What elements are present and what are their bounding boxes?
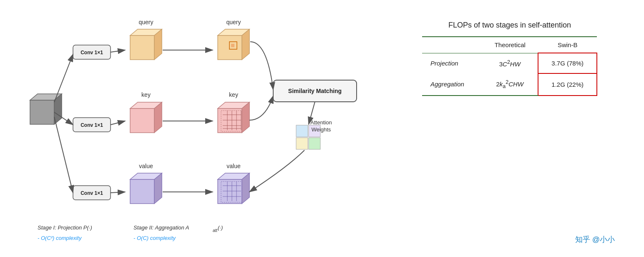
svg-rect-30 xyxy=(229,42,237,49)
table-title: FLOPs of two stages in self-attention xyxy=(448,21,571,30)
key-cube-s1 xyxy=(130,102,162,133)
table-row-projection: Projection 3C2HW 3.7G (78%) xyxy=(422,53,597,73)
svg-text:Attention: Attention xyxy=(310,119,332,126)
projection-swinb: 3.7G (78%) xyxy=(538,53,597,73)
attention-weights xyxy=(296,125,320,149)
svg-marker-29 xyxy=(242,29,249,60)
diagram-section: Conv 1×1 Conv 1×1 Conv 1×1 xyxy=(13,8,388,249)
input-cube xyxy=(30,94,62,124)
svg-text:value: value xyxy=(226,163,241,169)
svg-text:key: key xyxy=(141,91,151,98)
svg-marker-1 xyxy=(30,94,62,100)
svg-text:att: att xyxy=(213,228,218,233)
svg-marker-48 xyxy=(242,173,249,204)
svg-rect-0 xyxy=(30,100,54,124)
main-container: Conv 1×1 Conv 1×1 Conv 1×1 xyxy=(0,0,644,257)
svg-text:Stage I: Projection  P(·): Stage I: Projection P(·) xyxy=(38,224,92,231)
svg-rect-33 xyxy=(218,108,242,133)
svg-rect-7 xyxy=(73,186,111,200)
svg-line-10 xyxy=(54,112,73,125)
svg-rect-55 xyxy=(221,181,242,202)
svg-marker-14 xyxy=(154,29,162,60)
svg-line-9 xyxy=(54,54,73,102)
aggregation-swinb: 1.2G (22%) xyxy=(538,73,597,96)
conv-box-top: Conv 1×1 xyxy=(73,45,111,59)
conv-box-bot: Conv 1×1 xyxy=(73,186,111,200)
svg-text:value: value xyxy=(139,163,153,169)
svg-text:Conv 1×1: Conv 1×1 xyxy=(80,190,103,196)
svg-rect-16 xyxy=(130,108,154,133)
watermark: 知乎 @小小 xyxy=(575,226,619,244)
svg-line-11 xyxy=(54,117,73,193)
svg-marker-28 xyxy=(218,29,249,35)
svg-marker-17 xyxy=(130,102,162,108)
col-theoretical: Theoretical xyxy=(482,37,538,53)
flops-table: Theoretical Swin-B Projection 3C2HW 3.7G… xyxy=(422,36,597,96)
svg-rect-44 xyxy=(221,111,242,131)
aggregation-label: Aggregation xyxy=(422,73,482,96)
svg-rect-20 xyxy=(130,179,154,204)
svg-text:Conv 1×1: Conv 1×1 xyxy=(80,122,103,128)
svg-text:key: key xyxy=(229,91,238,98)
value-cube-s2 xyxy=(218,173,249,204)
svg-rect-60 xyxy=(273,80,357,102)
svg-line-24 xyxy=(111,50,125,52)
svg-rect-27 xyxy=(218,35,242,60)
svg-text:Weights: Weights xyxy=(312,126,331,133)
svg-rect-31 xyxy=(231,44,234,47)
svg-text:- O(C) complexity: - O(C) complexity xyxy=(133,235,176,241)
svg-rect-5 xyxy=(73,118,111,132)
svg-marker-47 xyxy=(218,173,249,179)
svg-text:Similarity Matching: Similarity Matching xyxy=(288,88,342,94)
svg-marker-2 xyxy=(54,94,62,124)
value-cube-s1 xyxy=(130,173,162,204)
svg-marker-21 xyxy=(130,173,162,179)
table-section: FLOPs of two stages in self-attention Th… xyxy=(388,8,631,249)
svg-rect-3 xyxy=(73,45,111,59)
svg-rect-64 xyxy=(296,138,308,149)
svg-text:query: query xyxy=(226,19,241,25)
table-row-aggregation: Aggregation 2ka2CHW 1.2G (22%) xyxy=(422,73,597,96)
svg-line-26 xyxy=(111,192,125,193)
svg-text:query: query xyxy=(138,19,153,25)
projection-theoretical: 3C2HW xyxy=(482,53,538,73)
svg-marker-22 xyxy=(154,173,162,204)
col-swinb: Swin-B xyxy=(538,37,597,53)
svg-rect-62 xyxy=(296,125,308,137)
projection-label: Projection xyxy=(422,53,482,73)
svg-marker-34 xyxy=(218,102,249,108)
svg-rect-46 xyxy=(218,179,242,204)
svg-text:(·): (·) xyxy=(218,224,223,231)
svg-text:- O(C²) complexity: - O(C²) complexity xyxy=(38,235,82,241)
svg-rect-63 xyxy=(309,125,320,137)
query-cube-s1 xyxy=(130,29,162,60)
svg-marker-13 xyxy=(130,29,162,35)
svg-rect-12 xyxy=(130,35,154,60)
conv-box-mid: Conv 1×1 xyxy=(73,118,111,132)
key-cube-s2 xyxy=(218,102,249,133)
svg-line-25 xyxy=(111,121,125,125)
svg-marker-18 xyxy=(154,102,162,133)
svg-text:Conv 1×1: Conv 1×1 xyxy=(80,50,103,55)
aggregation-theoretical: 2ka2CHW xyxy=(482,73,538,96)
svg-line-68 xyxy=(309,102,315,124)
svg-marker-35 xyxy=(242,102,249,133)
svg-text:Stage II: Aggregation  A: Stage II: Aggregation A xyxy=(133,224,189,231)
query-cube-s2 xyxy=(218,29,249,60)
svg-rect-65 xyxy=(309,138,320,149)
